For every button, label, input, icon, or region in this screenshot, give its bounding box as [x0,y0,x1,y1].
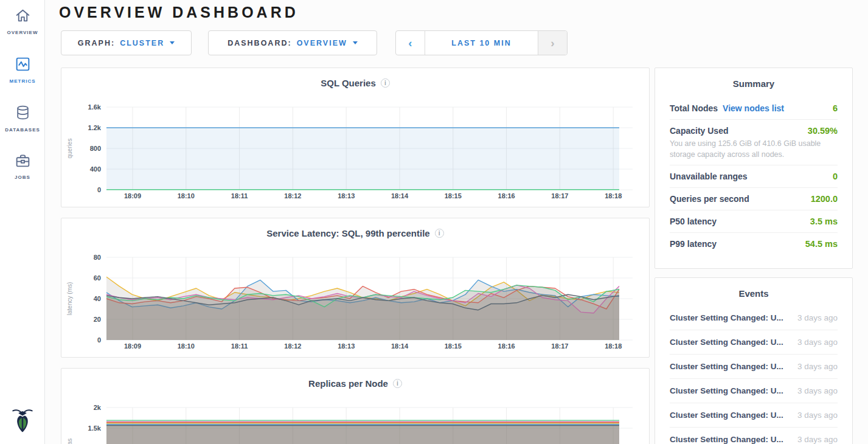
summary-row-qps: Queries per second 1200.0 [670,187,838,210]
sql-queries-chart[interactable]: 04008001.2k1.6k18:0918:1018:1118:1218:13… [62,101,648,206]
time-window-range-button[interactable]: LAST 10 MIN [425,31,538,55]
events-title: Events [655,278,852,299]
sidebar-item-databases[interactable]: DATABASES [0,105,45,133]
event-text: Cluster Setting Changed: U... [670,313,783,322]
event-time: 3 days ago [797,435,838,444]
dashboard-dropdown-label: DASHBOARD: [227,39,291,47]
event-row: Cluster Setting Changed: U... 3 days ago [670,355,838,379]
home-icon [15,7,31,26]
capacity-note: You are using 125.6 GiB of 410.6 GiB usa… [670,138,838,165]
svg-text:80: 80 [94,254,101,261]
summary-label: Queries per second [670,194,749,204]
sidebar-item-label: OVERVIEW [7,30,38,35]
info-icon[interactable]: i [435,229,444,238]
event-row: Cluster Setting Changed: U... 3 days ago [670,330,838,355]
event-text: Cluster Setting Changed: U... [670,411,783,420]
summary-panel: Summary Total Nodes View nodes list 6 Ca… [654,68,853,269]
svg-text:queries: queries [66,139,73,159]
event-row: Cluster Setting Changed: U... 3 days ago [670,379,838,403]
svg-text:40: 40 [94,295,101,302]
svg-text:18:11: 18:11 [231,342,248,350]
databases-icon [15,105,30,123]
service-latency-panel: Service Latency: SQL, 99th percentile i … [61,218,650,358]
svg-text:0: 0 [97,186,101,193]
event-time: 3 days ago [797,411,838,420]
time-window-next-button[interactable]: › [538,31,567,55]
time-window-prev-button[interactable]: ‹ [396,31,425,55]
summary-row-total-nodes: Total Nodes View nodes list 6 [670,97,838,119]
svg-text:18:12: 18:12 [284,342,301,350]
time-window-selector: ‹ LAST 10 MIN › [395,30,568,55]
chevron-down-icon [353,41,358,44]
summary-row-p99: P99 latency 54.5 ms [670,232,838,255]
summary-value: 54.5 ms [805,239,838,249]
event-time: 3 days ago [797,313,838,322]
event-text: Cluster Setting Changed: U... [670,362,783,371]
svg-text:18:12: 18:12 [284,192,301,199]
svg-text:400: 400 [90,165,101,173]
jobs-icon [15,153,31,171]
event-text: Cluster Setting Changed: U... [670,386,783,395]
sidebar-item-overview[interactable]: OVERVIEW [0,7,45,35]
sql-queries-panel: SQL Queries i 04008001.2k1.6k18:0918:101… [61,68,650,207]
svg-text:18:16: 18:16 [498,192,515,199]
summary-title: Summary [655,68,852,89]
summary-value: 30.59% [808,126,838,136]
sidebar-item-jobs[interactable]: JOBS [0,153,45,180]
sidebar-item-metrics[interactable]: METRICS [0,56,45,84]
chevron-down-icon [170,41,175,44]
dashboard-dropdown[interactable]: DASHBOARD: OVERVIEW [208,30,377,55]
svg-text:replicas: replicas [66,439,73,444]
sidebar-item-label: JOBS [15,175,30,180]
svg-text:1.5k: 1.5k [88,425,102,432]
event-text: Cluster Setting Changed: U... [670,338,783,347]
info-icon[interactable]: i [393,379,402,388]
event-time: 3 days ago [797,338,838,347]
chart-title: Service Latency: SQL, 99th percentile [266,228,429,238]
svg-text:18:10: 18:10 [178,192,195,199]
sidebar: OVERVIEW METRICS DATABASES [0,0,45,444]
svg-text:18:15: 18:15 [445,342,462,350]
summary-label: P99 latency [670,239,717,249]
svg-text:latency (ms): latency (ms) [66,282,73,315]
svg-text:18:18: 18:18 [605,192,622,199]
svg-text:60: 60 [94,274,101,282]
event-row: Cluster Setting Changed: U... 3 days ago [670,306,838,330]
event-time: 3 days ago [797,362,838,371]
metrics-icon [15,56,31,75]
summary-value: 0 [833,172,838,181]
event-row: Cluster Setting Changed: U... 3 days ago [670,403,838,428]
summary-row-capacity: Capacity Used 30.59% [670,119,838,137]
svg-text:18:14: 18:14 [391,342,409,350]
svg-text:18:15: 18:15 [445,192,462,199]
svg-text:1.2k: 1.2k [88,124,102,131]
svg-text:18:17: 18:17 [551,342,568,350]
chart-title: Replicas per Node [308,378,388,389]
svg-text:18:14: 18:14 [391,192,409,199]
replicas-per-node-panel: Replicas per Node i 00.5k1k1.5k2k18:0918… [61,368,650,444]
svg-text:18:11: 18:11 [231,192,248,199]
svg-text:18:17: 18:17 [551,192,568,199]
svg-text:18:13: 18:13 [338,342,355,350]
page-title: OVERVIEW DASHBOARD [59,4,299,21]
dashboard-dropdown-value: OVERVIEW [297,39,347,47]
service-latency-chart[interactable]: 02040608018:0918:1018:1118:1218:1318:141… [62,251,648,356]
svg-text:18:09: 18:09 [124,192,141,199]
svg-text:18:18: 18:18 [605,342,622,350]
svg-text:2k: 2k [94,404,102,411]
cockroachdb-logo [0,405,45,433]
info-icon[interactable]: i [381,78,390,88]
graph-dropdown[interactable]: GRAPH: CLUSTER [61,30,192,55]
summary-value: 6 [833,103,838,113]
summary-value: 1200.0 [811,194,838,204]
summary-label: Capacity Used [670,126,728,136]
events-panel: Events Cluster Setting Changed: U... 3 d… [654,277,853,444]
view-nodes-list-link[interactable]: View nodes list [723,103,784,113]
replicas-per-node-chart[interactable]: 00.5k1k1.5k2k18:0918:1018:1118:1218:1318… [62,401,648,444]
summary-row-p50: P50 latency 3.5 ms [670,210,838,232]
sidebar-item-label: DATABASES [5,127,40,133]
svg-text:18:16: 18:16 [498,342,515,350]
svg-text:0: 0 [97,336,101,344]
sidebar-item-label: METRICS [10,78,36,84]
summary-label: Unavailable ranges [670,172,748,181]
